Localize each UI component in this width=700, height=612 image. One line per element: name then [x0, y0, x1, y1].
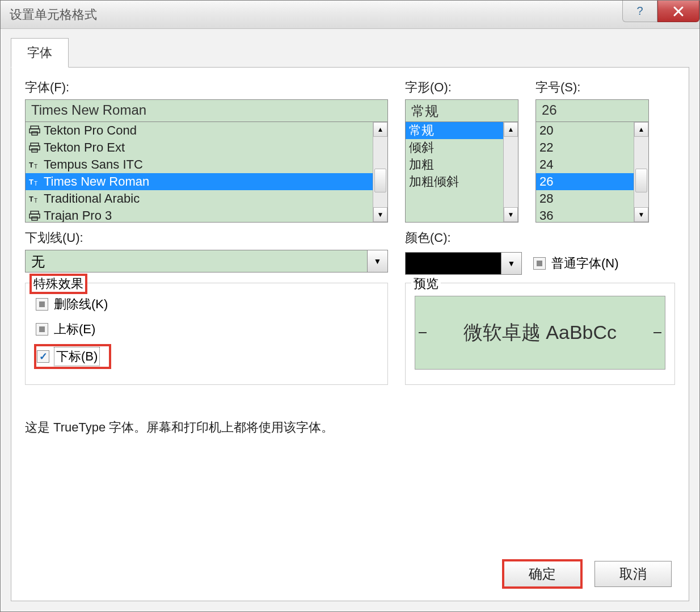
- list-item[interactable]: 22: [536, 139, 634, 156]
- list-item[interactable]: 20: [536, 122, 634, 139]
- svg-text:T: T: [29, 195, 33, 203]
- superscript-label: 上标(E): [54, 321, 95, 338]
- scroll-up-icon[interactable]: ▲: [634, 122, 648, 137]
- scroll-down-icon[interactable]: ▼: [373, 207, 387, 222]
- font-column: 字体(F): Times New Roman Tekton Pro CondTe…: [25, 79, 388, 223]
- effects-group: 特殊效果 删除线(K) 上标(E) 下标(B): [25, 283, 388, 385]
- svg-text:T: T: [29, 161, 33, 169]
- list-item[interactable]: 常规: [406, 122, 503, 139]
- color-combo[interactable]: ▼: [405, 252, 522, 275]
- svg-rect-2: [29, 129, 40, 133]
- list-item-label: 28: [539, 191, 553, 206]
- scroll-thumb[interactable]: [635, 169, 647, 192]
- window-title: 设置单元格格式: [10, 6, 97, 23]
- svg-text:T: T: [34, 164, 37, 170]
- normal-font-checkbox[interactable]: 普通字体(N): [533, 255, 619, 272]
- strikethrough-checkbox[interactable]: 删除线(K): [36, 296, 379, 313]
- checkbox-icon: [36, 323, 48, 336]
- row-underline-color: 下划线(U): 无 ▼ 颜色(C): ▼: [25, 229, 675, 275]
- strikethrough-label: 删除线(K): [54, 296, 108, 313]
- size-label: 字号(S):: [535, 79, 649, 96]
- superscript-checkbox[interactable]: 上标(E): [36, 321, 379, 338]
- svg-rect-6: [32, 149, 37, 152]
- scroll-thumb[interactable]: [374, 169, 386, 192]
- window-controls: ?: [622, 1, 699, 28]
- svg-rect-3: [32, 132, 37, 135]
- scroll-down-icon[interactable]: ▼: [504, 207, 518, 222]
- ok-button[interactable]: 确定: [504, 561, 581, 587]
- list-item[interactable]: 36: [536, 207, 634, 222]
- underline-value: 无: [26, 250, 367, 272]
- hint-text: 这是 TrueType 字体。屏幕和打印机上都将使用该字体。: [25, 419, 675, 436]
- size-listbox[interactable]: 202224262836 ▲ ▼: [535, 121, 649, 223]
- list-item[interactable]: 24: [536, 156, 634, 173]
- list-item[interactable]: 28: [536, 190, 634, 207]
- close-button[interactable]: [657, 1, 699, 22]
- list-item-label: 加粗倾斜: [409, 173, 459, 190]
- tab-font[interactable]: 字体: [11, 38, 69, 68]
- list-item[interactable]: 加粗倾斜: [406, 173, 503, 190]
- close-icon: [672, 5, 685, 18]
- scroll-up-icon[interactable]: ▲: [373, 122, 387, 137]
- scroll-up-icon[interactable]: ▲: [504, 122, 518, 137]
- subscript-checkbox[interactable]: 下标(B): [36, 346, 109, 367]
- font-input[interactable]: Times New Roman: [25, 99, 388, 122]
- truetype-icon: TT: [29, 193, 40, 204]
- size-input[interactable]: 26: [535, 99, 649, 122]
- row-effects-preview: 特殊效果 删除线(K) 上标(E) 下标(B): [25, 283, 675, 385]
- preview-title: 预览: [411, 275, 441, 292]
- list-item-label: Times New Roman: [44, 174, 149, 189]
- list-item[interactable]: 倾斜: [406, 139, 503, 156]
- list-item-label: 26: [539, 174, 553, 189]
- size-scrollbar[interactable]: ▲ ▼: [634, 122, 648, 222]
- color-swatch: [406, 253, 501, 274]
- font-listbox[interactable]: Tekton Pro CondTekton Pro ExtTTTempus Sa…: [25, 121, 388, 223]
- style-listbox[interactable]: 常规倾斜加粗加粗倾斜 ▲ ▼: [405, 121, 518, 223]
- svg-rect-13: [31, 211, 39, 214]
- list-item-label: Tekton Pro Ext: [44, 140, 125, 155]
- titlebar: 设置单元格格式 ?: [1, 1, 699, 29]
- list-item-label: 22: [539, 140, 553, 155]
- style-input[interactable]: 常规: [405, 99, 518, 122]
- help-button[interactable]: ?: [622, 1, 657, 22]
- scroll-down-icon[interactable]: ▼: [634, 207, 648, 222]
- list-item[interactable]: TTTempus Sans ITC: [26, 156, 373, 173]
- font-label: 字体(F):: [25, 79, 388, 96]
- list-item[interactable]: TTTimes New Roman: [26, 173, 373, 190]
- style-scrollbar[interactable]: ▲ ▼: [503, 122, 518, 222]
- printer-icon: [29, 142, 40, 153]
- list-item[interactable]: Tekton Pro Ext: [26, 139, 373, 156]
- svg-rect-15: [32, 217, 37, 220]
- truetype-icon: TT: [29, 159, 40, 170]
- svg-rect-4: [31, 143, 39, 146]
- svg-rect-5: [29, 146, 40, 150]
- cancel-button[interactable]: 取消: [594, 561, 672, 587]
- svg-rect-14: [29, 214, 40, 218]
- effects-title: 特殊效果: [31, 275, 86, 292]
- preview-box: 微软卓越 AaBbCc: [415, 296, 665, 370]
- list-item[interactable]: Tekton Pro Cond: [26, 122, 373, 139]
- list-item[interactable]: Trajan Pro 3: [26, 207, 373, 222]
- dialog-content: 字体 字体(F): Times New Roman Tekton Pro Con…: [1, 29, 699, 611]
- list-item[interactable]: 26: [536, 173, 634, 190]
- list-item-label: 倾斜: [409, 139, 434, 156]
- dialog-body: 字体(F): Times New Roman Tekton Pro CondTe…: [11, 67, 689, 601]
- underline-column: 下划线(U): 无 ▼: [25, 229, 388, 275]
- dropdown-icon[interactable]: ▼: [367, 250, 387, 272]
- list-item-label: 常规: [409, 122, 434, 139]
- preview-group: 预览 微软卓越 AaBbCc: [405, 283, 675, 385]
- subscript-label: 下标(B): [55, 348, 99, 365]
- svg-rect-1: [31, 126, 39, 129]
- style-label: 字形(O):: [405, 79, 518, 96]
- underline-combo[interactable]: 无 ▼: [25, 250, 388, 273]
- font-scrollbar[interactable]: ▲ ▼: [373, 122, 387, 222]
- list-item-label: 20: [539, 123, 553, 138]
- list-item-label: 24: [539, 157, 553, 172]
- button-row: 确定 取消: [25, 561, 675, 589]
- list-item[interactable]: 加粗: [406, 156, 503, 173]
- normal-font-label: 普通字体(N): [551, 255, 619, 272]
- dialog-window: 设置单元格格式 ? 字体 字体(F): Times New Roman Tekt…: [0, 0, 700, 612]
- size-column: 字号(S): 26 202224262836 ▲ ▼: [535, 79, 649, 223]
- dropdown-icon[interactable]: ▼: [501, 253, 521, 274]
- list-item[interactable]: TTTraditional Arabic: [26, 190, 373, 207]
